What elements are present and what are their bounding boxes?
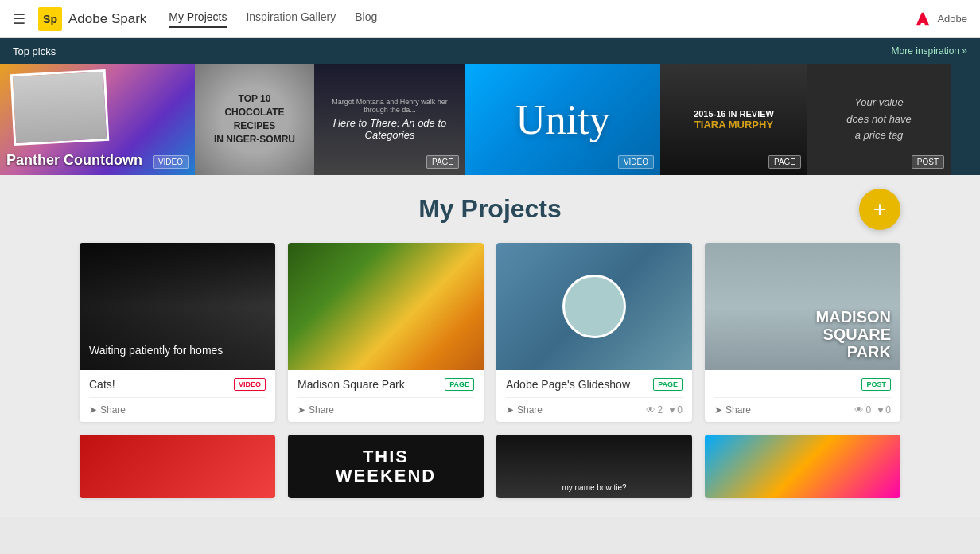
bottom-thumb-colorful <box>705 435 900 498</box>
weekend-title: THIS WEEKEND <box>336 447 436 486</box>
share-icon-glideshow: ➤ <box>506 404 514 416</box>
my-projects-section: My Projects + Waiting patiently for home… <box>0 175 980 517</box>
project-thumb-madison-park[interactable]: MADISONSQUAREPARK <box>705 243 900 370</box>
carousel-item-recipes[interactable]: TOP 10CHOCOLATERECIPESIN NIGER-SOMRU <box>195 64 314 175</box>
bottom-card-strawberries[interactable] <box>80 435 275 498</box>
share-button-glideshow[interactable]: ➤ Share <box>506 404 542 416</box>
carousel-item-ode[interactable]: Margot Montana and Henry walk her throug… <box>314 64 465 175</box>
project-card-madison-flowers: Madison Square Park PAGE ➤ Share <box>288 243 484 422</box>
project-name-glideshow: Adobe Page's Glideshow <box>506 378 630 391</box>
nav-inspiration-gallery[interactable]: Inspiration Gallery <box>246 10 336 28</box>
project-thumb-glideshow[interactable] <box>496 243 692 370</box>
top-picks-label: Top picks <box>13 45 56 57</box>
carousel-subtitle-ode: Margot Montana and Henry walk her throug… <box>314 98 465 114</box>
project-name-madison-flowers: Madison Square Park <box>298 378 405 391</box>
top-picks-carousel: Panther Countdown Video TOP 10CHOCOLATER… <box>0 64 980 175</box>
share-button-madison-park[interactable]: ➤ Share <box>714 404 751 416</box>
bottom-card-bowties[interactable]: my name bow tie? <box>496 435 692 498</box>
carousel-title-ode: Here to There: An ode to Categories <box>314 114 465 141</box>
project-card-madison-park: MADISONSQUAREPARK POST ➤ Share 👁 <box>705 243 900 422</box>
share-icon-madison-flowers: ➤ <box>298 404 305 416</box>
project-badge-glideshow: PAGE <box>653 378 682 391</box>
project-info-madison-flowers: Madison Square Park PAGE ➤ Share <box>288 370 484 422</box>
views-stat-madison: 👁 0 <box>854 404 872 416</box>
my-projects-header: My Projects + <box>80 194 900 224</box>
likes-stat-glideshow: ♥ 0 <box>669 404 682 416</box>
nav-my-projects[interactable]: My Projects <box>169 10 227 28</box>
carousel-badge-basketball: Page <box>768 155 801 169</box>
carousel-badge-ode: Page <box>426 155 459 169</box>
top-picks-bar: Top picks More inspiration » <box>0 38 980 64</box>
carousel-title-panther: Panther Countdown <box>6 152 142 169</box>
carousel-title-unity: Unity <box>515 96 609 143</box>
projects-grid: Waiting patiently for homes Cats! VIDEO … <box>80 243 900 422</box>
share-icon-cats: ➤ <box>89 404 97 416</box>
project-stats-madison-park: 👁 0 ♥ 0 <box>854 404 892 416</box>
carousel-badge-pricetag: Post <box>912 155 944 169</box>
bottom-card-weekend[interactable]: THIS WEEKEND <box>288 435 484 498</box>
carousel-title-recipes: TOP 10CHOCOLATERECIPESIN NIGER-SOMRU <box>214 92 295 146</box>
more-inspiration-link[interactable]: More inspiration » <box>892 45 967 57</box>
carousel-item-panther[interactable]: Panther Countdown Video <box>0 64 195 175</box>
carousel-badge-panther: Video <box>153 155 189 169</box>
project-info-cats: Cats! VIDEO ➤ Share <box>80 370 275 422</box>
adobe-icon <box>915 11 931 27</box>
app-logo: Sp Adobe Spark <box>38 7 146 31</box>
project-badge-madison-flowers: PAGE <box>445 378 474 391</box>
nav-blog[interactable]: Blog <box>355 10 377 28</box>
header-right: Adobe <box>915 11 967 27</box>
bottom-cards-row: THIS WEEKEND my name bow tie? <box>80 435 900 498</box>
project-badge-madison-park: POST <box>861 378 891 391</box>
thumb-text-madison-park: MADISONSQUAREPARK <box>816 308 891 361</box>
heart-icon-madison: ♥ <box>877 404 883 416</box>
logo-box: Sp <box>38 7 62 31</box>
carousel-item-unity[interactable]: Unity Video <box>465 64 660 175</box>
carousel-year-basketball: 2015-16 IN REVIEW <box>694 109 774 119</box>
share-button-cats[interactable]: ➤ Share <box>89 404 126 416</box>
eye-icon: 👁 <box>646 404 655 416</box>
project-card-cats: Waiting patiently for homes Cats! VIDEO … <box>80 243 275 422</box>
bottom-thumb-strawberries <box>80 435 275 498</box>
project-card-glideshow: Adobe Page's Glideshow PAGE ➤ Share 👁 2 <box>496 243 692 422</box>
project-info-glideshow: Adobe Page's Glideshow PAGE ➤ Share 👁 2 <box>496 370 692 422</box>
likes-stat-madison: ♥ 0 <box>877 404 891 416</box>
main-nav: My Projects Inspiration Gallery Blog <box>169 10 377 28</box>
project-stats-glideshow: 👁 2 ♥ 0 <box>646 404 683 416</box>
adobe-label: Adobe <box>937 13 967 25</box>
project-name-cats: Cats! <box>89 378 115 391</box>
bottom-thumb-weekend: THIS WEEKEND <box>288 435 484 498</box>
project-info-madison-park: POST ➤ Share 👁 0 ♥ 0 <box>705 370 900 422</box>
bottom-card-colorful[interactable] <box>705 435 900 498</box>
share-button-madison-flowers[interactable]: ➤ Share <box>298 404 334 416</box>
carousel-badge-unity: Video <box>618 155 654 169</box>
carousel-title-pricetag: Your valuedoes not havea price tag <box>838 95 920 144</box>
carousel-item-basketball[interactable]: 2015-16 IN REVIEW TIARA MURPHY Page <box>660 64 807 175</box>
share-icon-madison-park: ➤ <box>714 404 722 416</box>
add-project-button[interactable]: + <box>859 189 900 230</box>
project-badge-cats: VIDEO <box>234 378 266 391</box>
views-stat-glideshow: 👁 2 <box>646 404 663 416</box>
heart-icon: ♥ <box>669 404 675 416</box>
project-thumb-cats[interactable]: Waiting patiently for homes <box>80 243 275 370</box>
carousel-item-pricetag[interactable]: Your valuedoes not havea price tag Post <box>807 64 951 175</box>
thumb-overlay-cats: Waiting patiently for homes <box>89 343 223 357</box>
project-thumb-flowers[interactable] <box>288 243 484 370</box>
app-name: Adobe Spark <box>68 11 146 27</box>
header: ☰ Sp Adobe Spark My Projects Inspiration… <box>0 0 980 38</box>
bowties-title: my name bow tie? <box>503 483 686 492</box>
my-projects-title: My Projects <box>418 194 562 224</box>
carousel-name-basketball: TIARA MURPHY <box>694 119 773 131</box>
eye-icon-madison: 👁 <box>854 404 864 416</box>
menu-icon[interactable]: ☰ <box>13 10 25 28</box>
bottom-thumb-bowties: my name bow tie? <box>496 435 692 498</box>
